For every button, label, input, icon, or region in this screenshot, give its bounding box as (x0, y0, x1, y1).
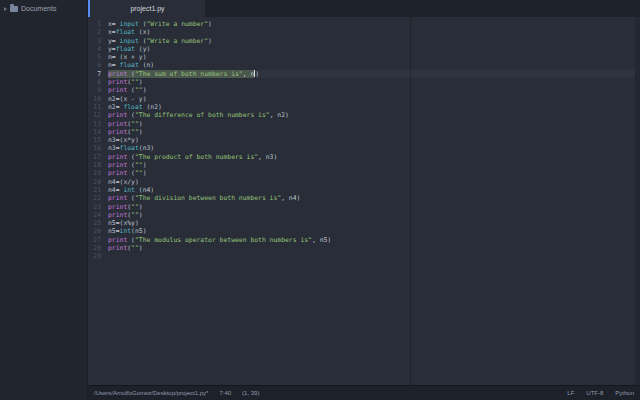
code-line[interactable]: print ("The difference of both numbers i… (108, 111, 640, 119)
code-editor[interactable]: 1234567891011121314151617181920212223242… (88, 17, 640, 385)
tab-project1-py[interactable]: project1.py (88, 0, 205, 17)
code-line[interactable]: print ("The modulus operator between bot… (108, 236, 640, 244)
line-number[interactable]: 19 (88, 169, 101, 177)
line-number[interactable]: 17 (88, 153, 101, 161)
code-token: x= (108, 20, 120, 28)
line-number[interactable]: 12 (88, 111, 101, 119)
code-line[interactable]: n5=(x%y) (108, 219, 640, 227)
code-token: , n3) (258, 153, 277, 161)
sidebar-item-documents[interactable]: Documents (0, 2, 87, 15)
line-number[interactable]: 21 (88, 186, 101, 194)
line-number[interactable]: 9 (88, 86, 101, 94)
code-token: float (116, 45, 135, 53)
code-token: "" (131, 244, 139, 252)
code-token: n4= (108, 186, 123, 194)
line-number[interactable]: 1 (88, 20, 101, 28)
code-line[interactable]: n3=(x*y) (108, 136, 640, 144)
code-line[interactable]: print("") (108, 203, 640, 211)
line-number[interactable]: 20 (88, 178, 101, 186)
line-number[interactable]: 4 (88, 45, 101, 53)
line-number[interactable]: 3 (88, 37, 101, 45)
cursor-position-status[interactable]: 7:40 (219, 390, 231, 396)
code-token: n3= (108, 144, 120, 152)
code-line[interactable]: n= (x + y) (108, 53, 640, 61)
code-line[interactable]: n2=(x - y) (108, 95, 640, 103)
code-token: "" (135, 169, 143, 177)
code-line[interactable]: n= float (n) (108, 61, 640, 69)
code-line[interactable]: n3=float(n3) (108, 144, 640, 152)
code-token: ( (127, 161, 135, 169)
line-ending-status[interactable]: LF (567, 390, 574, 396)
line-number[interactable]: 26 (88, 227, 101, 235)
line-number[interactable]: 22 (88, 194, 101, 202)
code-token: y= (108, 45, 116, 53)
code-line[interactable] (108, 252, 640, 260)
line-number[interactable]: 15 (88, 136, 101, 144)
code-token: print (108, 194, 127, 202)
code-line[interactable]: print("") (108, 128, 640, 136)
scrollbar-track[interactable] (635, 17, 640, 385)
code-line[interactable]: print ("") (108, 86, 640, 94)
code-token: n= (108, 61, 120, 69)
code-token: print (108, 128, 127, 136)
code-line[interactable]: n4=(x/y) (108, 178, 640, 186)
code-token: print (108, 111, 127, 119)
code-token: , n (243, 70, 255, 78)
code-line[interactable]: print("") (108, 211, 640, 219)
file-path-status[interactable]: /Users/ArnulfoGomez/Desktop/project1.py* (94, 390, 208, 396)
code-token: (n4) (135, 186, 154, 194)
code-line[interactable]: print("") (108, 244, 640, 252)
code-line[interactable]: print ("") (108, 161, 640, 169)
code-token: print (108, 244, 127, 252)
line-number[interactable]: 16 (88, 144, 101, 152)
code-token: print (108, 203, 127, 211)
code-line[interactable]: print ("The sum of both numbers is", n) (108, 70, 640, 78)
line-number[interactable]: 27 (88, 236, 101, 244)
code-token: print (108, 70, 127, 78)
line-number[interactable]: 28 (88, 244, 101, 252)
selection-count-status[interactable]: (1, 39) (242, 390, 259, 396)
code-token: , n5) (312, 236, 331, 244)
line-number[interactable]: 8 (88, 78, 101, 86)
chevron-right-icon[interactable] (4, 7, 7, 11)
line-number[interactable]: 6 (88, 61, 101, 69)
line-number[interactable]: 23 (88, 203, 101, 211)
main-area: Documents project1.py 123456789101112131… (0, 0, 640, 400)
code-token: n2= (108, 103, 123, 111)
line-number[interactable]: 10 (88, 95, 101, 103)
code-line[interactable]: y= input ("Write a number") (108, 37, 640, 45)
encoding-status[interactable]: UTF-8 (586, 390, 603, 396)
line-number[interactable]: 2 (88, 28, 101, 36)
code-line[interactable]: x= input ("Write a number") (108, 20, 640, 28)
code-line[interactable]: n2= float (n2) (108, 103, 640, 111)
line-number[interactable]: 7 (88, 70, 101, 78)
code-line[interactable]: n4= int (n4) (108, 186, 640, 194)
line-number[interactable]: 25 (88, 219, 101, 227)
code-token: (x) (135, 28, 150, 36)
line-number[interactable]: 18 (88, 161, 101, 169)
code-line[interactable]: print("") (108, 120, 640, 128)
code-token: print (108, 169, 127, 177)
sidebar-item-label: Documents (21, 5, 56, 12)
line-number[interactable]: 14 (88, 128, 101, 136)
line-number[interactable]: 24 (88, 211, 101, 219)
line-number[interactable]: 5 (88, 53, 101, 61)
line-number[interactable]: 13 (88, 120, 101, 128)
code-line[interactable]: y=float (y) (108, 45, 640, 53)
line-number[interactable]: 11 (88, 103, 101, 111)
language-status[interactable]: Python (615, 390, 634, 396)
code-line[interactable]: print ("The division between both number… (108, 194, 640, 202)
code-line[interactable]: print ("The product of both numbers is",… (108, 153, 640, 161)
code-line[interactable]: x=float (x) (108, 28, 640, 36)
code-token: "" (131, 211, 139, 219)
code-token: ) (139, 244, 143, 252)
wrap-guide-line (410, 17, 411, 385)
code-line[interactable]: print ("") (108, 169, 640, 177)
line-number[interactable]: 29 (88, 252, 101, 260)
code-lines: x= input ("Write a number")x=float (x)y=… (104, 20, 640, 261)
code-token: print (108, 161, 127, 169)
code-token: "" (131, 120, 139, 128)
code-token: ) (139, 211, 143, 219)
code-line[interactable]: n5=int(n5) (108, 227, 640, 235)
code-line[interactable]: print("") (108, 78, 640, 86)
